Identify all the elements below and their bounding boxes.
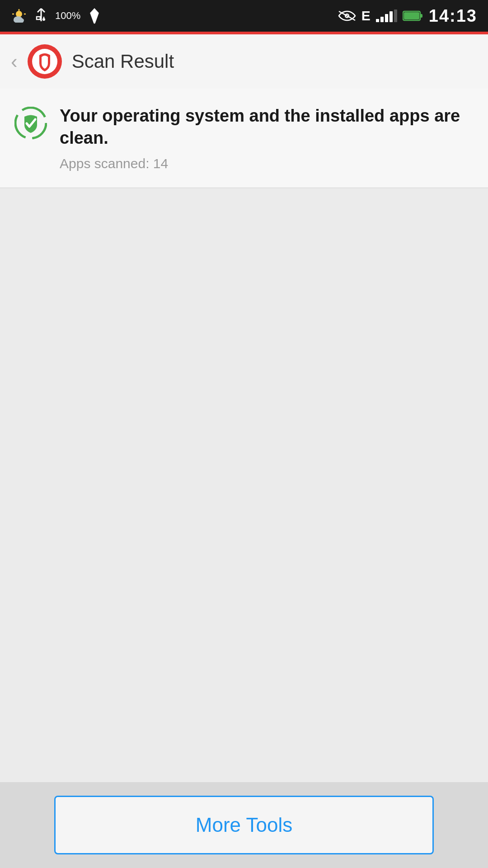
scan-headline: Your operating system and the installed … xyxy=(60,105,474,150)
scan-status-icon xyxy=(14,107,47,139)
more-tools-button[interactable]: More Tools xyxy=(54,796,434,854)
status-time: 14:13 xyxy=(429,6,477,26)
page-title: Scan Result xyxy=(72,51,174,72)
back-button[interactable]: ‹ xyxy=(11,52,18,71)
svg-rect-12 xyxy=(37,17,40,19)
weather-icon xyxy=(11,8,27,24)
svg-rect-22 xyxy=(420,14,422,18)
toolbar: ‹ Scan Result xyxy=(0,34,488,89)
bottom-bar: More Tools xyxy=(0,782,488,868)
svg-rect-8 xyxy=(14,19,23,23)
apps-scanned-text: Apps scanned: 14 xyxy=(60,156,474,171)
stylus-icon xyxy=(88,8,101,24)
svg-point-14 xyxy=(42,18,45,21)
scan-result-card: Your operating system and the installed … xyxy=(0,89,488,188)
status-bar-left: 100% xyxy=(11,8,101,24)
eye-icon xyxy=(338,9,356,22)
empty-area xyxy=(0,188,488,782)
battery-icon xyxy=(403,10,423,22)
app-logo xyxy=(27,43,63,80)
main-content: Your operating system and the installed … xyxy=(0,89,488,868)
scan-text-block: Your operating system and the installed … xyxy=(60,105,474,171)
status-bar: 100% E xyxy=(0,0,488,32)
more-tools-label: More Tools xyxy=(196,814,292,836)
data-type-icon: E xyxy=(361,9,371,23)
svg-marker-15 xyxy=(90,9,99,23)
signal-icon xyxy=(376,9,397,22)
usb-icon xyxy=(34,8,48,24)
svg-rect-21 xyxy=(404,12,419,19)
svg-point-0 xyxy=(16,11,22,17)
status-bar-right: E 14:13 xyxy=(338,6,477,26)
svg-marker-16 xyxy=(94,23,95,24)
battery-percent-text: 100% xyxy=(55,11,80,21)
